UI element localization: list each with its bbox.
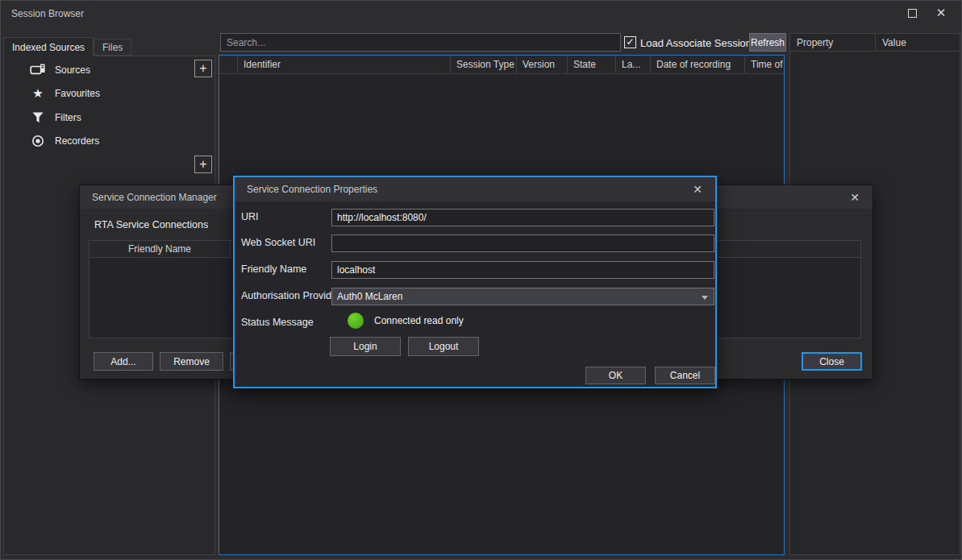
column-header-session-type[interactable]: Session Type bbox=[451, 56, 517, 73]
tab-indexed-sources[interactable]: Indexed Sources bbox=[3, 37, 94, 56]
login-button[interactable]: Login bbox=[330, 337, 401, 356]
refresh-button-label: Refresh bbox=[751, 37, 785, 48]
sidebar-item-label: Filters bbox=[55, 112, 81, 123]
properties-dialog-titlebar: Service Connection Properties bbox=[235, 177, 715, 201]
manager-close-button[interactable]: Close bbox=[802, 352, 862, 371]
manager-close-button-label: Close bbox=[819, 356, 844, 367]
load-associate-sessions-checkbox[interactable]: ✓ bbox=[624, 36, 636, 48]
add-connection-button-label: Add... bbox=[110, 356, 135, 367]
column-header-version[interactable]: Version bbox=[517, 56, 568, 73]
authorisation-provider-select[interactable]: Auth0 McLaren bbox=[331, 288, 714, 305]
service-connection-properties-dialog: Service Connection Properties ✕ URI Web … bbox=[233, 176, 717, 388]
column-header-laps[interactable]: La... bbox=[616, 56, 651, 73]
column-header-property[interactable]: Property bbox=[790, 34, 876, 51]
sidebar-item-favourites[interactable]: ★ Favourites bbox=[5, 81, 214, 105]
session-table-header: Identifier Session Type Version State La… bbox=[219, 56, 784, 74]
column-header-time-of-recording[interactable]: Time of Reco bbox=[745, 56, 784, 73]
remove-connection-button[interactable]: Remove bbox=[160, 352, 223, 371]
column-header-date-of-recording[interactable]: Date of recording bbox=[651, 56, 745, 73]
status-message-value: Connected read only bbox=[374, 315, 464, 326]
ok-button-label: OK bbox=[609, 370, 623, 381]
maximize-button[interactable] bbox=[897, 1, 927, 25]
remove-connection-button-label: Remove bbox=[173, 356, 210, 367]
login-button-label: Login bbox=[353, 341, 377, 352]
session-browser-window: Session Browser ✕ Indexed Sources Files … bbox=[0, 0, 962, 560]
web-socket-uri-label: Web Socket URI bbox=[241, 237, 315, 250]
load-associate-sessions-label[interactable]: Load Associate Sessions bbox=[640, 37, 757, 49]
sidebar-item-recorders[interactable]: Recorders + bbox=[5, 129, 214, 152]
logout-button-label: Logout bbox=[429, 341, 459, 352]
add-connection-button[interactable]: Add... bbox=[94, 352, 153, 371]
logout-button[interactable]: Logout bbox=[408, 337, 479, 356]
ok-button[interactable]: OK bbox=[585, 367, 646, 384]
uri-label: URI bbox=[241, 211, 259, 224]
authorisation-provider-label: Authorisation Provider bbox=[241, 290, 340, 303]
status-connected-icon bbox=[348, 313, 364, 329]
rta-service-connections-label: RTA Service Connections bbox=[94, 219, 208, 230]
titlebar: Session Browser ✕ bbox=[1, 1, 961, 27]
friendly-name-field[interactable] bbox=[331, 261, 714, 279]
column-header-identifier[interactable]: Identifier bbox=[238, 56, 451, 73]
web-socket-uri-field[interactable] bbox=[331, 234, 714, 252]
friendly-name-label: Friendly Name bbox=[241, 263, 306, 276]
properties-dialog-close-button[interactable]: ✕ bbox=[691, 183, 704, 196]
column-header-value[interactable]: Value bbox=[876, 34, 960, 51]
sidebar-item-sources[interactable]: Sources + bbox=[5, 58, 214, 81]
add-source-button[interactable]: + bbox=[194, 60, 212, 77]
close-icon: ✕ bbox=[850, 191, 860, 204]
properties-dialog-title: Service Connection Properties bbox=[247, 184, 377, 195]
maximize-icon bbox=[908, 9, 917, 18]
close-icon: ✕ bbox=[936, 6, 947, 20]
tab-files[interactable]: Files bbox=[94, 39, 131, 56]
column-header-friendly-name[interactable]: Friendly Name bbox=[90, 241, 231, 257]
recorder-icon bbox=[29, 135, 47, 147]
tab-indexed-sources-label: Indexed Sources bbox=[12, 42, 85, 53]
sidebar-item-label: Sources bbox=[55, 64, 90, 76]
window-title: Session Browser bbox=[11, 8, 84, 19]
cancel-button[interactable]: Cancel bbox=[655, 367, 715, 384]
authorisation-provider-value: Auth0 McLaren bbox=[337, 291, 402, 302]
sidebar-item-label: Recorders bbox=[55, 135, 99, 147]
sidebar-item-filters[interactable]: Filters + bbox=[5, 106, 214, 129]
close-icon: ✕ bbox=[693, 183, 702, 196]
search-input[interactable] bbox=[220, 33, 621, 52]
refresh-button[interactable]: Refresh bbox=[749, 33, 786, 52]
chevron-down-icon bbox=[702, 296, 708, 300]
star-icon: ★ bbox=[29, 87, 47, 99]
check-icon: ✓ bbox=[626, 36, 634, 48]
add-filter-button[interactable]: + bbox=[194, 156, 212, 173]
column-header-select[interactable] bbox=[219, 56, 238, 73]
sidebar-item-label: Favourites bbox=[55, 88, 100, 99]
sources-icon bbox=[29, 63, 47, 77]
uri-field[interactable] bbox=[331, 209, 714, 226]
cancel-button-label: Cancel bbox=[670, 370, 700, 381]
status-message-label: Status Message bbox=[241, 317, 314, 330]
column-header-state[interactable]: State bbox=[568, 56, 616, 73]
tab-files-label: Files bbox=[102, 42, 123, 53]
manager-dialog-close-button[interactable]: ✕ bbox=[848, 191, 861, 204]
properties-panel-header: Property Value bbox=[790, 34, 960, 52]
filter-icon bbox=[29, 112, 47, 123]
window-close-button[interactable]: ✕ bbox=[926, 1, 956, 25]
manager-dialog-title: Service Connection Manager bbox=[92, 192, 217, 203]
